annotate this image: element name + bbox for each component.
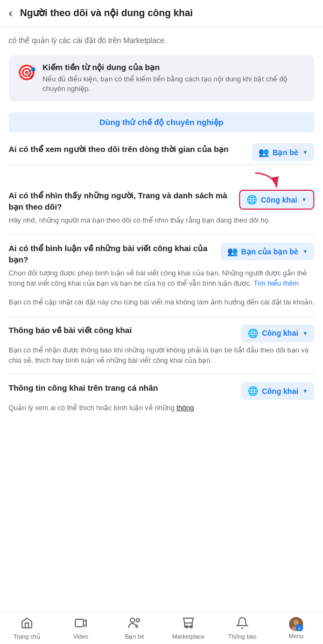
avatar: ≡: [289, 617, 303, 631]
comment-desc-1: Chọn đối tượng được phép bình luận về bà…: [9, 268, 314, 289]
followers-visibility-label: Ai có thể xem người theo dõi trên dòng t…: [9, 143, 245, 155]
red-arrow-container: [9, 170, 314, 192]
friends-icon: 👥: [258, 147, 269, 157]
notify-public-value: Công khai: [262, 329, 298, 337]
public-info-row: Thông tin công khai trên trang cá nhân 🌐…: [9, 382, 314, 400]
bottom-nav: Trang chủ Video Bạn bè: [0, 612, 323, 644]
chevron-down-icon: ▼: [301, 197, 307, 203]
chevron-down-icon: ▼: [303, 149, 308, 155]
comment-visibility-value: Bạn của bạn bè: [241, 247, 298, 256]
page-title: Người theo dõi và nội dung công khai: [20, 7, 314, 19]
followers-visibility-value: Bạn bè: [272, 148, 298, 157]
notify-public-row: Thông báo về bài viết công khai 🌐 Công k…: [9, 324, 314, 342]
followers-visibility-row: Ai có thể xem người theo dõi trên dòng t…: [9, 143, 314, 161]
monetize-desc: Nếu đủ điều kiện, bạn có thể kiếm tiền b…: [43, 74, 306, 94]
monetize-card: 🎯 Kiếm tiền từ nội dung của bạn Nếu đủ đ…: [9, 55, 314, 101]
friends-nav-icon: [128, 617, 142, 632]
nav-notifications-label: Thông báo: [228, 633, 257, 640]
svg-rect-1: [75, 619, 83, 627]
divider-2: [9, 234, 314, 235]
chevron-down-icon: ▼: [303, 248, 308, 254]
nav-home[interactable]: Trang chủ: [0, 613, 54, 643]
public-icon-3: 🌐: [248, 386, 258, 396]
public-info-dropdown[interactable]: 🌐 Công khai ▼: [241, 382, 314, 400]
content-area: có thể quản lý các cài đặt đó trên Marke…: [0, 27, 323, 430]
red-arrow: [250, 170, 282, 192]
bell-icon: [236, 617, 249, 632]
divider-3: [9, 316, 314, 317]
public-info-label: Thông tin công khai trên trang cá nhân: [9, 382, 235, 393]
notify-public-desc: Bạn có thể nhận được thông báo khi những…: [9, 345, 314, 366]
nav-notifications[interactable]: Thông báo: [215, 613, 269, 643]
comment-visibility-dropdown[interactable]: 👥 Bạn của bạn bè ▼: [221, 243, 314, 260]
marketplace-icon: [182, 617, 195, 632]
divider-1: [9, 164, 314, 165]
following-visibility-dropdown[interactable]: 🌐 Công khai ▼: [239, 190, 314, 210]
nav-video[interactable]: Video: [54, 613, 108, 643]
monetize-icon: 🎯: [17, 64, 36, 81]
following-visibility-value: Công khai: [261, 196, 297, 204]
home-icon: [20, 617, 33, 632]
nav-home-label: Trang chủ: [13, 633, 40, 640]
nav-friends-label: Bạn bè: [125, 633, 144, 640]
chevron-down-icon: ▼: [303, 330, 308, 336]
notify-public-label: Thông báo về bài viết công khai: [9, 324, 235, 336]
followers-visibility-dropdown[interactable]: 👥 Bạn bè ▼: [252, 143, 314, 161]
public-icon: 🌐: [247, 195, 257, 205]
following-visibility-row: Ai có thể nhìn thấy những người, Trang v…: [9, 190, 314, 212]
try-pro-mode-button[interactable]: Dùng thử chế độ chuyên nghiệp: [9, 112, 314, 133]
nav-marketplace-label: Marketplace: [172, 633, 205, 640]
following-visibility-desc: Hãy nhớ, những người mà bạn theo dõi có …: [9, 216, 314, 226]
public-info-value: Công khai: [262, 387, 298, 396]
divider-4: [9, 374, 314, 375]
nav-marketplace[interactable]: Marketplace: [162, 613, 215, 643]
nav-menu[interactable]: ≡ Menu: [269, 614, 323, 642]
back-button[interactable]: ‹: [9, 6, 12, 20]
nav-video-label: Video: [73, 633, 88, 640]
svg-point-3: [136, 619, 139, 622]
nav-friends[interactable]: Bạn bè: [108, 613, 162, 643]
bottom-spacer: [0, 430, 323, 467]
video-icon: [74, 617, 87, 632]
svg-text:≡: ≡: [298, 626, 301, 631]
following-visibility-label: Ai có thể nhìn thấy những người, Trang v…: [9, 190, 233, 212]
public-info-desc: Quản lý xem ai có thể thích hoặc bình lu…: [9, 403, 314, 413]
intro-text: có thể quản lý các cài đặt đó trên Marke…: [9, 35, 314, 46]
monetize-content: Kiếm tiền từ nội dung của bạn Nếu đủ điề…: [43, 63, 306, 94]
monetize-title: Kiếm tiền từ nội dung của bạn: [43, 63, 306, 72]
underline-text: thông: [177, 404, 194, 412]
public-icon-2: 🌐: [248, 328, 258, 338]
comment-visibility-label: Ai có thể bình luận về những bài viết cô…: [9, 243, 214, 265]
chevron-down-icon: ▼: [303, 388, 308, 394]
comment-desc-2: Bạn có thể cập nhật cài đặt này cho từng…: [9, 297, 314, 308]
header: ‹ Người theo dõi và nội dung công khai: [0, 0, 323, 27]
learn-more-link[interactable]: Tìm hiểu thêm: [254, 279, 299, 287]
comment-visibility-row: Ai có thể bình luận về những bài viết cô…: [9, 243, 314, 265]
nav-menu-label: Menu: [289, 633, 304, 639]
notify-public-dropdown[interactable]: 🌐 Công khai ▼: [241, 324, 314, 342]
svg-point-2: [130, 618, 135, 622]
friends-of-friends-icon: 👥: [227, 246, 238, 257]
